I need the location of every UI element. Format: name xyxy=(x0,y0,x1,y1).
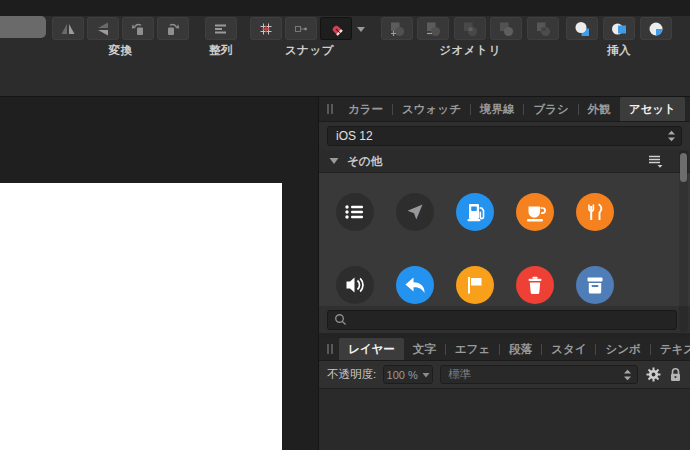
asset-archive[interactable] xyxy=(576,266,614,304)
rotate-ccw-button[interactable] xyxy=(122,17,154,40)
insert-on-top-icon xyxy=(611,21,627,37)
opacity-dropdown[interactable]: 100 % xyxy=(383,365,433,384)
reply-arrow-icon xyxy=(396,266,434,304)
flip-vertical-icon xyxy=(95,21,111,37)
document-canvas[interactable] xyxy=(0,97,318,450)
disclosure-triangle-icon xyxy=(329,157,339,165)
opacity-label: 不透明度: xyxy=(327,367,376,382)
asset-list[interactable] xyxy=(336,193,374,231)
toolbar-label-insert: 挿入 xyxy=(566,43,672,58)
snapping-grid-button[interactable] xyxy=(250,17,282,40)
rotate-ccw-icon xyxy=(130,21,146,37)
assets-scrollbar[interactable] xyxy=(679,150,688,332)
right-panel: カラー スウォッチ 境界線 ブラシ 外観 アセット iOS 12 その他 xyxy=(318,97,690,450)
assets-panel-tab-row: カラー スウォッチ 境界線 ブラシ 外観 アセット xyxy=(319,97,690,122)
lock-icon[interactable] xyxy=(669,367,682,382)
asset-category-row: iOS 12 xyxy=(319,122,690,150)
asset-fuel-station[interactable] xyxy=(456,193,494,231)
asset-category-dropdown[interactable]: iOS 12 xyxy=(327,126,682,146)
toolbar-label-geometry: ジオメトリ xyxy=(381,43,559,58)
chevron-down-icon xyxy=(356,25,366,33)
fork-knife-icon xyxy=(576,193,614,231)
asset-section-title: その他 xyxy=(347,154,382,169)
geometry-divide-button[interactable] xyxy=(490,17,522,40)
tab-styles[interactable]: スタイ xyxy=(542,338,595,360)
asset-restaurant[interactable] xyxy=(576,193,614,231)
asset-cafe[interactable] xyxy=(516,193,554,231)
gear-icon[interactable] xyxy=(645,366,662,383)
toolbar-label-align: 整列 xyxy=(189,43,253,58)
tab-stroke[interactable]: 境界線 xyxy=(471,97,524,121)
insert-inside-icon xyxy=(648,21,664,37)
asset-category-value: iOS 12 xyxy=(336,129,667,143)
assets-panel-menu-button[interactable] xyxy=(685,97,690,121)
magnet-icon xyxy=(328,21,344,37)
asset-speaker[interactable] xyxy=(336,266,374,304)
pixel-snap-icon xyxy=(293,21,309,37)
tab-effects[interactable]: エフェ xyxy=(446,338,499,360)
asset-trash[interactable] xyxy=(516,266,554,304)
toolbar-partial-button[interactable] xyxy=(0,16,46,38)
asset-grid xyxy=(319,173,690,306)
geometry-intersect-button[interactable] xyxy=(454,17,486,40)
toolbar-label-transform: 変換 xyxy=(52,43,189,58)
geometry-combine-button[interactable] xyxy=(527,17,559,40)
flip-vertical-button[interactable] xyxy=(87,17,119,40)
asset-section-menu-button[interactable] xyxy=(641,154,670,168)
stepper-icon xyxy=(667,129,676,143)
blend-mode-dropdown[interactable]: 標準 xyxy=(440,365,638,384)
layers-list[interactable] xyxy=(319,389,690,450)
search-icon xyxy=(334,313,347,326)
asset-navigation[interactable] xyxy=(396,193,434,231)
geometry-add-button[interactable] xyxy=(381,17,413,40)
opacity-value: 100 % xyxy=(387,369,418,381)
snapping-magnet-button[interactable] xyxy=(320,17,352,40)
tab-character[interactable]: 文字 xyxy=(404,338,445,360)
tab-appearance[interactable]: 外観 xyxy=(579,97,620,121)
insert-behind-icon xyxy=(574,21,590,37)
tab-layers[interactable]: レイヤー xyxy=(339,338,404,360)
alignment-icon xyxy=(213,21,229,37)
flip-horizontal-icon xyxy=(60,21,76,37)
artboard[interactable] xyxy=(0,183,282,450)
insert-behind-button[interactable] xyxy=(566,17,598,40)
layers-panel-tab-row: レイヤー 文字 エフェ 段落 スタイ シンボ テキス xyxy=(319,338,690,361)
navigation-arrow-icon xyxy=(396,193,434,231)
search-box[interactable] xyxy=(327,310,677,330)
list-icon xyxy=(336,193,374,231)
rotate-cw-button[interactable] xyxy=(157,17,189,40)
asset-flag[interactable] xyxy=(456,266,494,304)
panel-drag-handle[interactable] xyxy=(327,97,333,121)
tab-text-styles[interactable]: テキス xyxy=(651,338,690,360)
flip-horizontal-button[interactable] xyxy=(52,17,84,40)
snapping-options-dropdown[interactable] xyxy=(353,17,368,40)
boolean-add-icon xyxy=(389,21,405,37)
asset-reply[interactable] xyxy=(396,266,434,304)
tab-assets[interactable]: アセット xyxy=(620,97,685,121)
geometry-subtract-button[interactable] xyxy=(417,17,449,40)
search-input[interactable] xyxy=(352,312,670,328)
boolean-divide-icon xyxy=(498,21,514,37)
stepper-icon xyxy=(623,368,632,382)
grid-icon xyxy=(258,21,274,37)
alignment-button[interactable] xyxy=(205,17,237,40)
tab-color[interactable]: カラー xyxy=(339,97,392,121)
window-title-strip xyxy=(0,0,690,16)
tab-swatches[interactable]: スウォッチ xyxy=(393,97,470,121)
panel-menu-icon xyxy=(648,154,663,168)
tab-symbols[interactable]: シンボ xyxy=(596,338,649,360)
insert-inside-button[interactable] xyxy=(640,17,672,40)
archive-box-icon xyxy=(576,266,614,304)
tab-brushes[interactable]: ブラシ xyxy=(524,97,577,121)
scrollbar-thumb[interactable] xyxy=(680,153,687,182)
boolean-intersect-icon xyxy=(462,21,478,37)
tab-paragraph[interactable]: 段落 xyxy=(500,338,541,360)
asset-section-header[interactable]: その他 xyxy=(319,150,690,173)
coffee-cup-icon xyxy=(516,193,554,231)
panel-drag-handle[interactable] xyxy=(327,338,333,360)
layer-options-row: 不透明度: 100 % 標準 xyxy=(319,361,690,389)
pixel-snap-button[interactable] xyxy=(285,17,317,40)
boolean-subtract-icon xyxy=(425,21,441,37)
rotate-cw-icon xyxy=(165,21,181,37)
insert-on-top-button[interactable] xyxy=(603,17,635,40)
